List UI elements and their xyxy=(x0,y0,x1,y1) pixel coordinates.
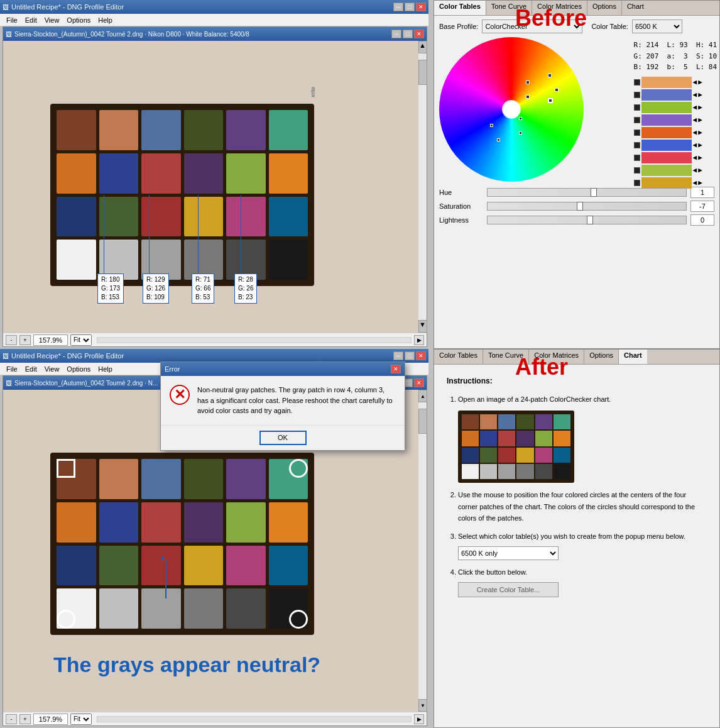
tab-chart-top[interactable]: Chart xyxy=(622,1,649,15)
instr-step-4: Click the button below. Create Color Tab… xyxy=(458,566,707,597)
wheel-dot-7[interactable] xyxy=(497,138,500,141)
bottom-maximize-btn[interactable]: □ xyxy=(405,351,415,360)
img-close-btn[interactable]: ✕ xyxy=(414,30,424,38)
image-window-buttons-top: ─ □ ✕ xyxy=(391,30,424,38)
wheel-dot-6[interactable] xyxy=(490,124,493,127)
menu-help[interactable]: Help xyxy=(94,15,116,25)
tab-color-tables-top[interactable]: Color Tables xyxy=(434,1,486,15)
saturation-slider-thumb[interactable] xyxy=(577,202,583,211)
bottom-menu-help[interactable]: Help xyxy=(94,364,116,374)
wheel-dot-8[interactable] xyxy=(519,131,522,135)
scroll-up-btn-bottom[interactable]: ▲ xyxy=(418,390,427,402)
scrollbar-vertical-bottom[interactable]: ▲ ▼ xyxy=(418,390,427,712)
scroll-up-btn[interactable]: ▲ xyxy=(418,41,427,53)
swatch-color-7[interactable] xyxy=(641,152,692,163)
lightness-slider-track[interactable] xyxy=(487,216,687,224)
swatch-dot[interactable] xyxy=(634,180,640,186)
circle-tr[interactable] xyxy=(289,459,308,478)
cc-cell-b xyxy=(141,502,181,543)
color-wheel[interactable] xyxy=(439,37,584,182)
zoom-minus-btn[interactable]: - xyxy=(6,335,17,345)
swatch-dot[interactable] xyxy=(634,142,640,148)
create-color-table-button[interactable]: Create Color Table... xyxy=(458,582,559,597)
swatch-dot[interactable] xyxy=(634,92,640,98)
scroll-right-btn-bottom[interactable]: ▶ xyxy=(414,714,424,724)
img-minimize-btn[interactable]: ─ xyxy=(391,30,401,38)
tab-chart-bottom[interactable]: Chart xyxy=(619,350,647,364)
swatch-dot[interactable] xyxy=(634,167,640,174)
ok-button[interactable]: OK xyxy=(259,431,307,445)
cc-cell-b xyxy=(184,502,224,543)
bottom-minimize-btn[interactable]: ─ xyxy=(393,351,403,360)
menu-view[interactable]: View xyxy=(41,15,63,25)
scroll-thumb[interactable] xyxy=(418,60,427,85)
swatch-color-2[interactable] xyxy=(641,89,692,101)
minimize-button[interactable]: ─ xyxy=(393,3,403,11)
menu-options[interactable]: Options xyxy=(63,15,94,25)
scroll-right-btn[interactable]: ▶ xyxy=(414,335,424,345)
img-close-btn-bottom[interactable]: ✕ xyxy=(414,378,424,387)
circle-bl[interactable] xyxy=(57,610,75,629)
color-table-dropdown[interactable]: 6500 K only xyxy=(458,546,559,560)
swatch-color-1[interactable] xyxy=(641,77,692,88)
zoom-input-bottom[interactable] xyxy=(33,714,68,725)
swatch-color-4[interactable] xyxy=(641,114,692,126)
swatch-dot[interactable] xyxy=(634,104,640,111)
wheel-dot-4[interactable] xyxy=(526,95,530,99)
swatch-dot[interactable] xyxy=(634,130,640,136)
error-dialog: Error ✕ ✕ Non-neutral gray patches. The … xyxy=(160,361,405,451)
menu-file[interactable]: File xyxy=(3,15,21,25)
tooltip-line-4 xyxy=(241,195,241,273)
tab-options-top[interactable]: Options xyxy=(587,1,622,15)
swatch-dot[interactable] xyxy=(634,155,640,161)
wheel-dot-center[interactable] xyxy=(548,98,553,103)
zoom-plus-btn[interactable]: + xyxy=(19,335,31,345)
bottom-close-btn[interactable]: ✕ xyxy=(416,351,426,360)
circle-br[interactable] xyxy=(289,610,308,629)
bottom-menu-options[interactable]: Options xyxy=(63,364,94,374)
lightness-slider-thumb[interactable] xyxy=(587,216,593,224)
bottom-menu-edit[interactable]: Edit xyxy=(21,364,41,374)
scrollbar-horizontal-top[interactable] xyxy=(97,337,412,343)
hue-slider-thumb[interactable] xyxy=(591,188,597,197)
zoom-select-top[interactable]: Fit xyxy=(70,334,92,346)
swatch-color-9[interactable] xyxy=(641,177,692,189)
swatch-color-8[interactable] xyxy=(641,165,692,176)
tab-color-tables-bottom[interactable]: Color Tables xyxy=(434,350,483,364)
scroll-thumb-bottom[interactable] xyxy=(418,409,427,434)
bottom-menu-file[interactable]: File xyxy=(3,364,21,374)
swatch-color-6[interactable] xyxy=(641,140,692,151)
wheel-dot-5[interactable] xyxy=(519,117,522,120)
scroll-down-btn-bottom[interactable]: ▼ xyxy=(418,699,427,712)
circle-tl[interactable] xyxy=(57,459,75,478)
wheel-dot-1[interactable] xyxy=(526,80,530,84)
zoom-plus-btn-bottom[interactable]: + xyxy=(19,714,31,724)
scrollbar-horizontal-bottom[interactable] xyxy=(97,716,412,722)
hue-slider-track[interactable] xyxy=(487,188,687,197)
close-button[interactable]: ✕ xyxy=(416,3,426,11)
zoom-input-top[interactable] xyxy=(33,334,68,346)
mini-cc-cell xyxy=(498,431,515,446)
saturation-slider-track[interactable] xyxy=(487,202,687,211)
scroll-down-btn[interactable]: ▼ xyxy=(418,320,427,333)
bottom-menu-view[interactable]: View xyxy=(41,364,63,374)
wheel-dot-2[interactable] xyxy=(548,74,552,77)
scrollbar-vertical-top[interactable]: ▲ ▼ xyxy=(418,41,427,333)
swatch-color-5[interactable] xyxy=(641,127,692,138)
lightness-value-input[interactable] xyxy=(690,214,714,226)
rgb-info: R: 214 L: 93 H: 41 G: 207 a: 3 S: 10 B: … xyxy=(631,37,719,191)
color-table-select[interactable]: 6500 K xyxy=(632,19,682,33)
swatch-color-3[interactable] xyxy=(641,102,692,113)
wheel-dot-3[interactable] xyxy=(555,88,559,92)
zoom-minus-btn-bottom[interactable]: - xyxy=(6,714,17,724)
img-maximize-btn[interactable]: □ xyxy=(403,30,413,38)
menu-edit[interactable]: Edit xyxy=(21,15,41,25)
maximize-button[interactable]: □ xyxy=(405,3,415,11)
swatch-dot[interactable] xyxy=(634,79,640,85)
swatch-dot[interactable] xyxy=(634,117,640,123)
zoom-select-bottom[interactable]: Fit xyxy=(70,714,92,725)
tab-options-bottom[interactable]: Options xyxy=(584,350,619,364)
saturation-value-input[interactable] xyxy=(690,201,714,212)
dialog-close-btn[interactable]: ✕ xyxy=(391,365,401,373)
cc-cell-b xyxy=(99,546,139,586)
